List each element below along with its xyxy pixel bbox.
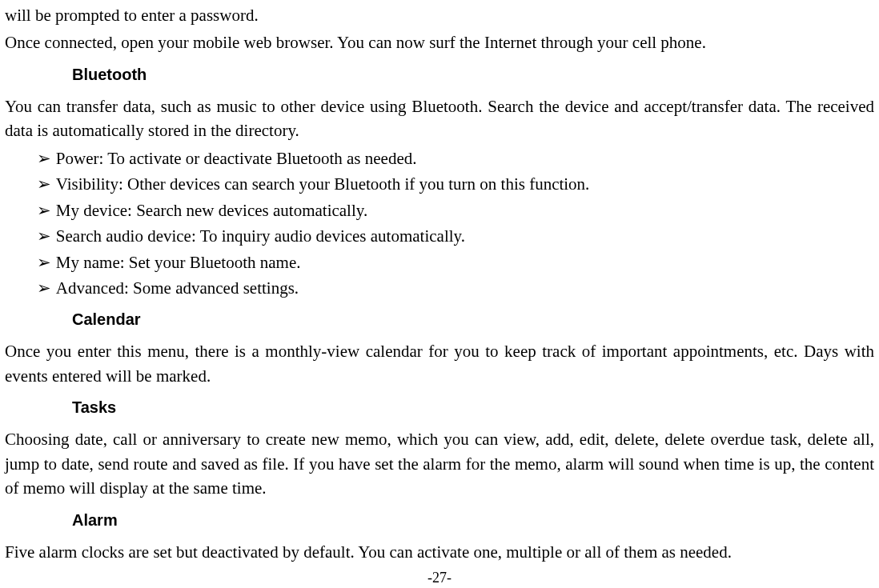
bluetooth-item-advanced: Advanced: Some advanced settings. xyxy=(37,276,874,300)
page-number: -27- xyxy=(5,567,874,588)
tasks-para: Choosing date, call or anniversary to cr… xyxy=(5,427,874,500)
heading-tasks: Tasks xyxy=(72,396,874,419)
heading-bluetooth: Bluetooth xyxy=(72,63,874,86)
bluetooth-item-myname: My name: Set your Bluetooth name. xyxy=(37,250,874,274)
bluetooth-item-mydevice: My device: Search new devices automatica… xyxy=(37,198,874,222)
heading-calendar: Calendar xyxy=(72,308,874,331)
bluetooth-item-searchaudio: Search audio device: To inquiry audio de… xyxy=(37,224,874,248)
bluetooth-para: You can transfer data, such as music to … xyxy=(5,94,874,143)
bluetooth-item-power: Power: To activate or deactivate Bluetoo… xyxy=(37,146,874,170)
alarm-para: Five alarm clocks are set but deactivate… xyxy=(5,540,874,564)
intro-line1: will be prompted to enter a password. xyxy=(5,3,874,27)
heading-alarm: Alarm xyxy=(72,509,874,532)
calendar-para: Once you enter this menu, there is a mon… xyxy=(5,339,874,388)
intro-line2: Once connected, open your mobile web bro… xyxy=(5,30,874,54)
bluetooth-item-visibility: Visibility: Other devices can search you… xyxy=(37,172,874,196)
